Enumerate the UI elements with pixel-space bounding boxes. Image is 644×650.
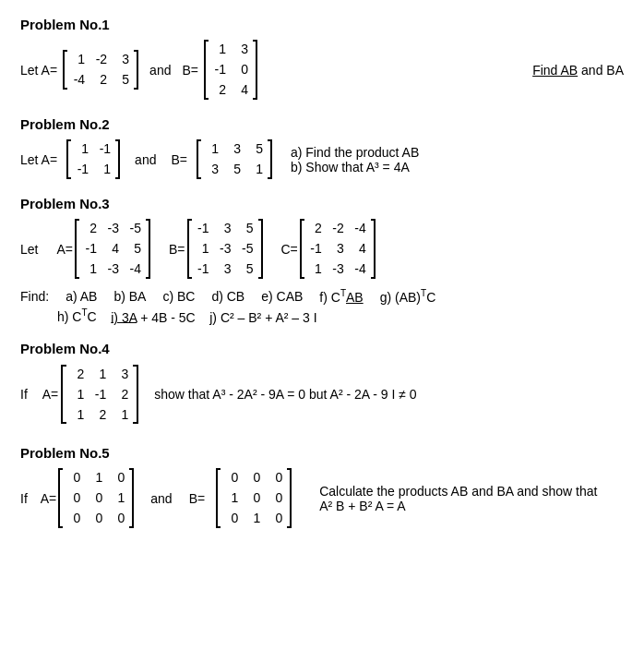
p4-title: Problem No.4	[20, 341, 624, 356]
problem-1: Problem No.1 Let A= 1-23 -425 and B= 13 …	[20, 17, 624, 100]
problem-2: Problem No.2 Let A= 1-1 -11 and B= 135 3…	[20, 116, 624, 179]
p4-bracket-right-svg	[132, 364, 139, 425]
p5-if-label: If	[20, 491, 28, 506]
p4-a-label: A=	[42, 387, 59, 402]
p3-matrix-b: -135 1-3-5 -135	[187, 219, 263, 279]
p1-let-label: Let A=	[20, 63, 57, 78]
p3-find-ctab: f) CTAB	[319, 288, 363, 305]
p3-title: Problem No.3	[20, 196, 624, 211]
p3-find-ab: a) AB	[66, 289, 97, 304]
p5-b-label: B=	[189, 491, 206, 506]
p1-find-ab: Find AB	[532, 63, 578, 78]
p3-find-cb: d) CB	[211, 289, 244, 304]
p5-calc-line1: Calculate the products AB and BA and sho…	[319, 484, 597, 499]
p4-matrix-a: 213 1-12 121	[60, 364, 139, 425]
problem-3: Problem No.3 Let A= 2-3-5 -145 1-3-4 B= …	[20, 196, 624, 324]
p2-task-a: a) Find the product AB	[291, 145, 419, 160]
p1-find-rest: and BA	[581, 63, 624, 78]
p4-if-label: If	[20, 387, 28, 402]
problem-5: Problem No.5 If A= 010 001 000 and B= 00…	[20, 445, 624, 528]
p1-matrix-b: 13 -10 24	[204, 40, 257, 100]
p3-finds-row: Find: a) AB b) BA c) BC d) CB e) CAB f) …	[20, 288, 624, 305]
p3-find-ba: b) BA	[113, 289, 146, 304]
p2-matrix-b: 135 351	[197, 139, 272, 179]
p3-let-label: Let	[20, 242, 38, 257]
p2-matrix-a: 1-1 -11	[66, 139, 120, 179]
p1-matrix-a: 1-23 -425	[63, 50, 138, 90]
p2-tasks: a) Find the product AB b) Show that A³ =…	[291, 145, 419, 175]
p1-b-label: B=	[182, 63, 198, 78]
p3-find-ctc: h) CTC	[57, 309, 97, 324]
p3-c-label: C=	[281, 242, 298, 257]
p2-b-label: B=	[171, 152, 187, 167]
p2-let-label: Let A=	[20, 152, 57, 167]
p3-find-label: Find:	[20, 289, 49, 304]
p4-bracket-left-svg	[60, 364, 67, 425]
p3-finds-row2: h) CTC i) 3A + 4B - 5C j) C² – B² + A² –…	[57, 308, 624, 325]
p2-title: Problem No.2	[20, 116, 624, 132]
p3-a-label: A=	[56, 242, 73, 257]
p5-matrix-a: 010 001 000	[58, 468, 134, 528]
p3-find-3a: i) 3A + 4B - 5C	[111, 309, 195, 324]
p3-find-abt: g) (AB)TC	[380, 288, 436, 305]
p1-and-label: and	[149, 63, 171, 78]
p5-calc-line2: A² B + B² A = A	[319, 499, 597, 513]
p3-matrix-c: 2-2-4 -134 1-3-4	[300, 219, 376, 279]
p3-b-label: B=	[169, 242, 185, 257]
p1-title: Problem No.1	[20, 17, 624, 32]
p3-find-bc: c) BC	[162, 289, 195, 304]
p3-find-cab: e) CAB	[261, 289, 303, 304]
p2-and-label: and	[135, 152, 156, 167]
p3-find-c2: j) C² – B² + A² – 3 I	[209, 309, 316, 324]
p5-a-label: A=	[41, 491, 57, 506]
p4-show-text: show that A³ - 2A² - 9A = 0 but A² - 2A …	[154, 387, 416, 402]
p3-matrix-a: 2-3-5 -145 1-3-4	[75, 219, 150, 279]
p2-task-b: b) Show that A³ = 4A	[291, 160, 419, 175]
problem-4: Problem No.4 If A= 213 1-12 121	[20, 341, 624, 425]
p5-and-label: and	[150, 491, 172, 506]
p5-matrix-b: 000 100 010	[216, 468, 292, 528]
p5-calc-text-block: Calculate the products AB and BA and sho…	[319, 484, 597, 513]
p5-title: Problem No.5	[20, 445, 624, 461]
p1-find-label: Find AB and BA	[532, 63, 624, 78]
